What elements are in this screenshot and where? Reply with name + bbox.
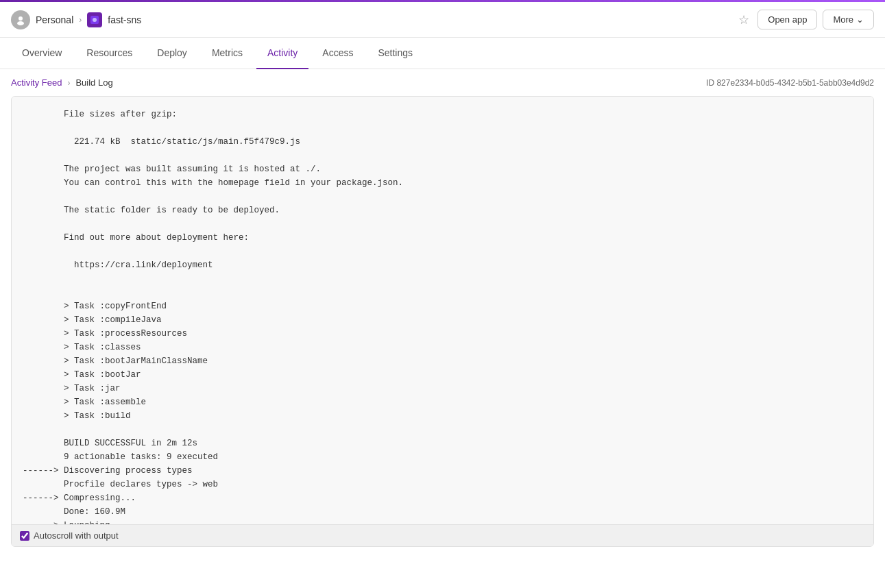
top-bar-actions: ☆ Open app More ⌄	[736, 10, 874, 30]
breadcrumb-header: Personal › fast-sns	[11, 10, 141, 29]
build-id-label: ID 827e2334-b0d5-4342-b5b1-5abb03e4d9d2	[706, 78, 874, 88]
tab-metrics[interactable]: Metrics	[201, 38, 254, 69]
autoscroll-text: Autoscroll with output	[34, 530, 119, 541]
svg-point-0	[19, 16, 23, 21]
tab-settings[interactable]: Settings	[367, 38, 424, 69]
more-label: More	[833, 14, 853, 25]
autoscroll-label[interactable]: Autoscroll with output	[20, 530, 119, 541]
breadcrumb-build-log: Build Log	[75, 77, 112, 88]
breadcrumb-chevron-1: ›	[79, 15, 82, 25]
log-footer: Autoscroll with output	[12, 524, 873, 546]
log-scroll-area[interactable]: File sizes after gzip: 221.74 kB static/…	[12, 97, 873, 524]
star-button[interactable]: ☆	[736, 10, 752, 30]
top-bar: Personal › fast-sns ☆ Open app More ⌄	[0, 2, 885, 38]
open-app-button[interactable]: Open app	[757, 10, 817, 29]
log-container: File sizes after gzip: 221.74 kB static/…	[11, 96, 874, 547]
avatar	[11, 10, 30, 29]
more-chevron-icon: ⌄	[856, 14, 864, 25]
tab-activity[interactable]: Activity	[256, 38, 308, 69]
autoscroll-checkbox[interactable]	[20, 531, 29, 541]
breadcrumb-nav: Activity Feed › Build Log	[11, 77, 113, 88]
tab-access[interactable]: Access	[311, 38, 364, 69]
app-icon	[87, 12, 102, 27]
app-name-label[interactable]: fast-sns	[108, 14, 141, 25]
more-button[interactable]: More ⌄	[823, 10, 874, 29]
tab-resources[interactable]: Resources	[75, 38, 143, 69]
svg-point-1	[17, 21, 24, 25]
tab-deploy[interactable]: Deploy	[146, 38, 198, 69]
breadcrumb-activity-feed[interactable]: Activity Feed	[11, 77, 62, 88]
tab-overview[interactable]: Overview	[11, 38, 73, 69]
personal-label[interactable]: Personal	[36, 14, 73, 25]
nav-tabs: Overview Resources Deploy Metrics Activi…	[0, 38, 885, 69]
breadcrumb-row: Activity Feed › Build Log ID 827e2334-b0…	[0, 69, 885, 96]
svg-point-3	[93, 18, 97, 22]
breadcrumb-separator: ›	[67, 78, 70, 88]
